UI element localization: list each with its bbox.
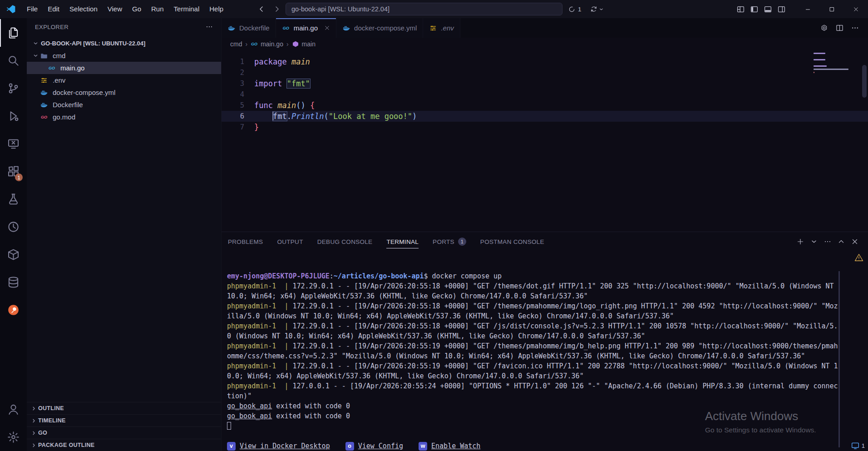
code-line-3[interactable]: 3import "fmt" (222, 78, 868, 89)
split-editor-button[interactable] (832, 18, 847, 38)
activity-bar-bottom (0, 396, 27, 451)
tree-root[interactable]: GO-BOOK-API [WSL: UBUNTU-22.04] (27, 37, 221, 50)
close-icon[interactable] (324, 25, 330, 31)
activity-containers[interactable] (0, 241, 27, 268)
menu-run[interactable]: Run (146, 0, 169, 18)
file-name: Dockerfile (53, 101, 83, 109)
menu-selection[interactable]: Selection (64, 0, 103, 18)
activity-search[interactable] (0, 47, 27, 74)
tree-item-cmd[interactable]: cmd (27, 50, 221, 62)
terminal-scrollbar[interactable] (838, 271, 840, 447)
hint-enable-watch: wEnable Watch (419, 441, 480, 451)
menu-file[interactable]: File (22, 0, 43, 18)
activity-account[interactable] (0, 396, 27, 423)
nav-back-button[interactable] (254, 0, 269, 18)
container-link[interactable]: go_book_api (227, 402, 272, 410)
menu-go[interactable]: Go (127, 0, 146, 18)
section-go[interactable]: GO (27, 426, 221, 439)
command-center[interactable]: go-book-api [WSL: Ubuntu-22.04] (286, 3, 562, 15)
panel-header: PROBLEMSOUTPUTDEBUG CONSOLETERMINALPORTS… (222, 232, 868, 251)
breadcrumb-main-go[interactable]: GOmain.go (251, 40, 283, 48)
hint-label: Enable Watch (431, 441, 480, 451)
menu-edit[interactable]: Edit (43, 0, 64, 18)
more-button[interactable] (821, 232, 834, 251)
code-editor[interactable]: 1package main23import "fmt"45func main()… (222, 50, 868, 232)
terminal[interactable]: emy-njong@DESKTOP-P6JLUGE:~/articles/go-… (222, 251, 868, 451)
ports-badge: 1 (458, 238, 466, 246)
running-tasks-indicator[interactable]: 1 (568, 0, 582, 18)
activity-remote-explorer[interactable] (0, 130, 27, 158)
chevron-down-icon (599, 7, 604, 12)
panel-tab-debug-console[interactable]: DEBUG CONSOLE (317, 232, 373, 251)
log-text: 127.0.0.1 - - [19/Apr/2026:20:55:24 +000… (227, 382, 838, 400)
panel-tab-postman-console[interactable]: POSTMAN CONSOLE (480, 232, 544, 251)
breadcrumb-cmd[interactable]: cmd (230, 40, 242, 48)
close-button[interactable] (848, 232, 862, 251)
openai-button[interactable] (816, 18, 832, 38)
nav-forward-button[interactable] (270, 0, 284, 18)
activity-run-debug[interactable] (0, 102, 27, 130)
activity-source-control[interactable] (0, 74, 27, 102)
spinner-icon (568, 6, 575, 13)
activity-database[interactable] (0, 268, 27, 296)
tree-item-go-mod[interactable]: GOgo.mod (27, 111, 221, 123)
tree-item-env[interactable]: .env (27, 74, 221, 86)
more-actions-icon[interactable] (206, 23, 213, 30)
menu-help[interactable]: Help (204, 0, 228, 18)
panel-max-button[interactable] (834, 232, 848, 251)
toggle-sidebar-left-button[interactable] (747, 0, 761, 18)
activity-extensions[interactable]: 1 (0, 158, 27, 185)
chevron-down-button[interactable] (807, 232, 821, 251)
section-package-outline[interactable]: PACKAGE OUTLINE (27, 439, 221, 451)
code-line-6[interactable]: 6 fmt.Println("Look at me gooo!") (222, 111, 868, 122)
container-link[interactable]: go_book_api (227, 412, 272, 420)
activity-settings-gear[interactable] (0, 423, 27, 451)
breadcrumb-main[interactable]: main (292, 40, 316, 48)
warning-icon[interactable] (854, 253, 863, 262)
prompt-colon: : (330, 272, 334, 280)
tree-item-dockerfile[interactable]: Dockerfile (27, 99, 221, 111)
toggle-sidebar-right-button[interactable] (774, 0, 788, 18)
tab-env[interactable]: .env (423, 18, 460, 38)
terminal-line: phpmyadmin-1 | 172.29.0.1 - - [19/Apr/20… (227, 281, 838, 301)
search-icon (7, 55, 20, 67)
panel-tab-ports[interactable]: PORTS1 (433, 232, 466, 251)
tree-indent (31, 113, 40, 121)
tab-docker-compose-yml[interactable]: docker-compose.yml (336, 18, 423, 38)
sync-button[interactable] (590, 0, 604, 18)
menu-view[interactable]: View (103, 0, 127, 18)
close-button[interactable] (844, 0, 868, 18)
sidebar-left-icon (750, 5, 758, 13)
terminal-line: phpmyadmin-1 | 172.29.0.1 - - [19/Apr/20… (227, 301, 838, 321)
plus-button[interactable] (794, 232, 807, 251)
tree-item-main-go[interactable]: GOmain.go (27, 62, 221, 74)
activity-clock[interactable] (0, 213, 27, 241)
code-line-2[interactable]: 2 (222, 67, 868, 78)
toggle-panel-bottom-button[interactable] (761, 0, 774, 18)
activity-testing[interactable] (0, 185, 27, 213)
panel-tab-terminal[interactable]: TERMINAL (386, 232, 419, 251)
tab-main-go[interactable]: GOmain.go (276, 18, 336, 38)
minimap[interactable] (814, 53, 855, 75)
code-line-1[interactable]: 1package main (222, 56, 868, 67)
maximize-button[interactable] (820, 0, 844, 18)
panel-tab-output[interactable]: OUTPUT (277, 232, 303, 251)
code-line-5[interactable]: 5func main() { (222, 100, 868, 111)
minimize-button[interactable] (796, 0, 820, 18)
section-timeline[interactable]: TIMELINE (27, 414, 221, 426)
code-line-4[interactable]: 4 (222, 89, 868, 100)
tab-dockerfile[interactable]: Dockerfile (222, 18, 276, 38)
editor-actions (816, 18, 868, 38)
tree-item-docker-compose-yml[interactable]: docker-compose.yml (27, 86, 221, 99)
code-line-7[interactable]: 7} (222, 122, 868, 133)
more-button[interactable] (847, 18, 863, 38)
menu-terminal[interactable]: Terminal (169, 0, 205, 18)
editor-scrollbar[interactable] (862, 65, 867, 98)
panel-tab-problems[interactable]: PROBLEMS (228, 232, 263, 251)
toggle-layout-grid-button[interactable] (734, 0, 747, 18)
section-outline[interactable]: OUTLINE (27, 402, 221, 414)
activity-explorer[interactable] (0, 19, 27, 47)
forwarded-ports-indicator[interactable]: 1 (851, 441, 865, 450)
hint-view-in-docker-desktop: vView in Docker Desktop (227, 441, 330, 451)
activity-postman[interactable] (0, 296, 27, 324)
